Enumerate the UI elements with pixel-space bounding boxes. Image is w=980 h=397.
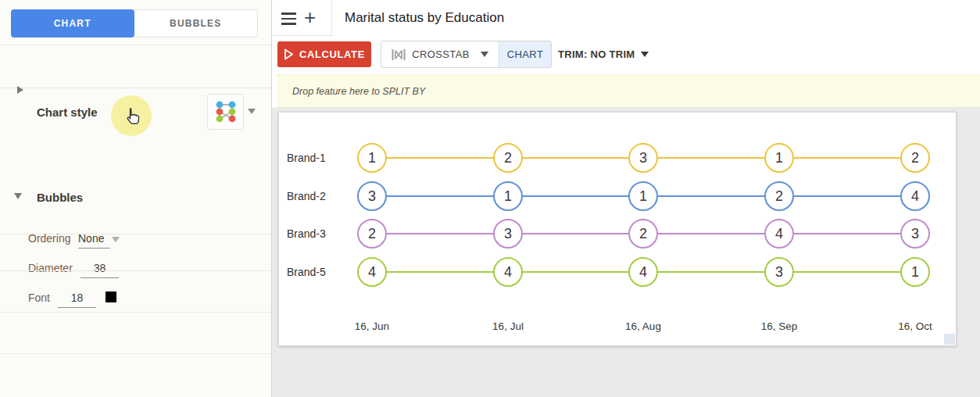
split-by-dropzone[interactable]: Drop feature here to SPLIT BY (277, 74, 980, 108)
data-bubble[interactable]: 1 (900, 257, 930, 287)
main-area: + Marital status by Education CALCULATE (272, 0, 980, 397)
data-bubble[interactable]: 2 (764, 181, 794, 211)
data-bubble[interactable]: 2 (493, 143, 523, 173)
scroll-corner[interactable] (944, 334, 955, 345)
data-bubble[interactable]: 3 (628, 143, 658, 173)
trim-dropdown[interactable]: TRIM: NO TRIM (558, 48, 649, 60)
x-axis-tick-label: 16, Jun (337, 320, 407, 332)
data-bubble[interactable]: 2 (357, 219, 387, 249)
collapse-arrow-icon[interactable] (14, 193, 22, 199)
data-bubble[interactable]: 4 (493, 257, 523, 287)
dropzone-hint: Drop feature here to SPLIT BY (292, 86, 425, 97)
report-tabstrip: + (272, 0, 332, 36)
data-bubble[interactable]: 3 (764, 257, 794, 287)
x-axis-tick-label: 16, Sep (744, 320, 814, 332)
data-bubble[interactable]: 3 (900, 219, 930, 249)
settings-sidebar: CHART BUBBLES Chart style (0, 0, 272, 397)
x-axis-tick-label: 16, Jul (473, 320, 543, 332)
crosstab-icon (392, 48, 406, 61)
tab-chart[interactable]: CHART (11, 9, 134, 38)
y-axis-section[interactable]: Y-Axis A (0, 271, 271, 313)
series-label: Brand-5 (287, 266, 326, 278)
bubble-chart: Brand-112312Brand-231124Brand-323243Bran… (278, 112, 957, 346)
sidebar-tab-group: CHART BUBBLES (11, 9, 258, 38)
data-bubble[interactable]: 1 (764, 143, 794, 173)
data-bubble[interactable]: 3 (493, 219, 523, 249)
data-bubble[interactable]: 1 (493, 181, 523, 211)
data-bubble[interactable]: 4 (357, 257, 387, 287)
data-bubble[interactable]: 2 (900, 143, 930, 173)
data-bubble[interactable]: 1 (357, 143, 387, 173)
calculate-label: CALCULATE (299, 48, 365, 60)
series-label: Brand-1 (287, 152, 326, 164)
label-tooltips-section[interactable]: Label tooltips (0, 234, 271, 271)
series-label: Brand-3 (287, 227, 326, 240)
calculate-button[interactable]: CALCULATE (277, 41, 371, 67)
chart-output-button[interactable]: CHART (499, 41, 551, 67)
app-window: CHART BUBBLES Chart style (0, 0, 980, 397)
data-bubble[interactable]: 4 (764, 219, 794, 249)
tab-bubbles[interactable]: BUBBLES (134, 9, 259, 38)
sidebar-tab-row: CHART BUBBLES (0, 0, 271, 45)
data-bubble[interactable]: 2 (628, 219, 658, 249)
x-axis-tick-label: 16, Aug (608, 320, 678, 332)
chart-style-section[interactable]: Chart style (0, 45, 271, 88)
x-axis-section[interactable]: X-Axis A (0, 313, 271, 354)
trim-label: TRIM: NO TRIM (558, 48, 635, 60)
x-axis-tick-label: 16, Oct (880, 320, 950, 332)
toolbar: CALCULATE CROSSTAB CHART TRIM: NO TRIM (272, 36, 980, 74)
output-canvas: Brand-112312Brand-231124Brand-323243Bran… (272, 108, 980, 397)
bubbles-section-label: Bubbles (37, 191, 83, 204)
add-tab-button[interactable]: + (304, 5, 316, 30)
data-bubble[interactable]: 1 (628, 181, 658, 211)
page-title: Marital status by Education (345, 10, 504, 26)
data-bubble[interactable]: 4 (628, 257, 658, 287)
output-type-group: CROSSTAB CHART (381, 41, 552, 68)
data-bubble[interactable]: 3 (357, 181, 387, 211)
crosstab-button[interactable]: CROSSTAB (381, 41, 499, 67)
play-icon (284, 48, 294, 60)
menu-icon[interactable] (281, 13, 296, 28)
trim-caret-icon (641, 52, 649, 57)
crosstab-label: CROSSTAB (412, 48, 470, 60)
hand-cursor-icon (122, 106, 142, 127)
crosstab-caret-icon (481, 52, 488, 57)
data-bubble[interactable]: 4 (900, 181, 930, 211)
series-label: Brand-2 (287, 190, 326, 202)
